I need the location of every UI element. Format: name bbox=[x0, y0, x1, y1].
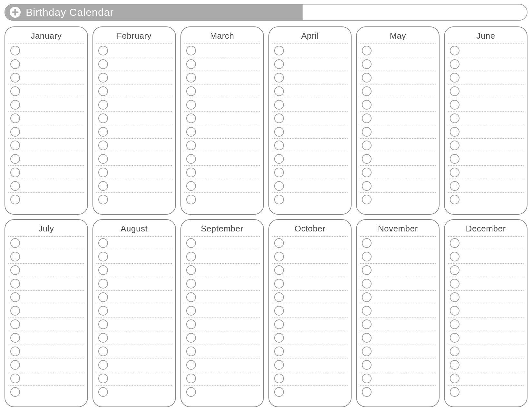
date-circle[interactable] bbox=[362, 360, 372, 370]
entry-row[interactable] bbox=[184, 372, 260, 385]
entry-row[interactable] bbox=[96, 345, 172, 358]
date-circle[interactable] bbox=[362, 387, 372, 397]
entry-row[interactable] bbox=[96, 250, 172, 263]
date-circle[interactable] bbox=[10, 46, 20, 55]
entry-row[interactable] bbox=[184, 385, 260, 399]
entry-row[interactable] bbox=[360, 152, 436, 165]
date-circle[interactable] bbox=[450, 195, 459, 204]
entry-row[interactable] bbox=[448, 192, 524, 206]
date-circle[interactable] bbox=[186, 181, 196, 191]
entry-row[interactable] bbox=[360, 304, 436, 318]
entry-row[interactable] bbox=[272, 57, 348, 71]
entry-row[interactable] bbox=[8, 71, 84, 84]
entry-row[interactable] bbox=[360, 290, 436, 304]
entry-row[interactable] bbox=[96, 358, 172, 372]
date-circle[interactable] bbox=[362, 238, 372, 248]
entry-row[interactable] bbox=[360, 277, 436, 290]
entry-row[interactable] bbox=[272, 345, 348, 358]
entry-row[interactable] bbox=[96, 71, 172, 84]
entry-row[interactable] bbox=[96, 192, 172, 206]
date-circle[interactable] bbox=[450, 360, 459, 370]
entry-row[interactable] bbox=[8, 358, 84, 372]
entry-row[interactable] bbox=[360, 331, 436, 345]
entry-row[interactable] bbox=[184, 98, 260, 111]
entry-row[interactable] bbox=[448, 277, 524, 290]
date-circle[interactable] bbox=[10, 360, 20, 370]
entry-row[interactable] bbox=[272, 125, 348, 138]
date-circle[interactable] bbox=[10, 59, 20, 69]
date-circle[interactable] bbox=[186, 279, 196, 289]
date-circle[interactable] bbox=[274, 59, 284, 69]
date-circle[interactable] bbox=[98, 252, 108, 261]
entry-row[interactable] bbox=[184, 111, 260, 125]
date-circle[interactable] bbox=[186, 319, 196, 329]
date-circle[interactable] bbox=[186, 387, 196, 397]
date-circle[interactable] bbox=[186, 360, 196, 370]
entry-row[interactable] bbox=[8, 138, 84, 152]
entry-row[interactable] bbox=[96, 372, 172, 385]
entry-row[interactable] bbox=[8, 277, 84, 290]
date-circle[interactable] bbox=[98, 100, 108, 110]
entry-row[interactable] bbox=[184, 304, 260, 318]
entry-row[interactable] bbox=[448, 57, 524, 71]
date-circle[interactable] bbox=[98, 168, 108, 177]
date-circle[interactable] bbox=[98, 347, 108, 356]
date-circle[interactable] bbox=[186, 141, 196, 150]
entry-row[interactable] bbox=[360, 44, 436, 57]
date-circle[interactable] bbox=[98, 127, 108, 137]
date-circle[interactable] bbox=[450, 181, 459, 191]
date-circle[interactable] bbox=[274, 168, 284, 177]
entry-row[interactable] bbox=[96, 138, 172, 152]
date-circle[interactable] bbox=[362, 113, 372, 123]
date-circle[interactable] bbox=[186, 347, 196, 356]
entry-row[interactable] bbox=[184, 84, 260, 98]
date-circle[interactable] bbox=[274, 347, 284, 356]
entry-row[interactable] bbox=[184, 71, 260, 84]
date-circle[interactable] bbox=[10, 73, 20, 83]
date-circle[interactable] bbox=[98, 306, 108, 316]
entry-row[interactable] bbox=[8, 179, 84, 192]
entry-row[interactable] bbox=[184, 250, 260, 263]
entry-row[interactable] bbox=[360, 318, 436, 331]
entry-row[interactable] bbox=[360, 57, 436, 71]
entry-row[interactable] bbox=[96, 263, 172, 277]
date-circle[interactable] bbox=[186, 292, 196, 302]
date-circle[interactable] bbox=[450, 374, 459, 383]
date-circle[interactable] bbox=[98, 333, 108, 343]
entry-row[interactable] bbox=[96, 277, 172, 290]
date-circle[interactable] bbox=[274, 306, 284, 316]
entry-row[interactable] bbox=[360, 192, 436, 206]
entry-row[interactable] bbox=[272, 179, 348, 192]
entry-row[interactable] bbox=[96, 98, 172, 111]
entry-row[interactable] bbox=[272, 44, 348, 57]
entry-row[interactable] bbox=[360, 385, 436, 399]
entry-row[interactable] bbox=[8, 57, 84, 71]
entry-row[interactable] bbox=[448, 318, 524, 331]
entry-row[interactable] bbox=[8, 345, 84, 358]
entry-row[interactable] bbox=[272, 277, 348, 290]
entry-row[interactable] bbox=[448, 179, 524, 192]
date-circle[interactable] bbox=[362, 279, 372, 289]
date-circle[interactable] bbox=[10, 387, 20, 397]
entry-row[interactable] bbox=[360, 263, 436, 277]
entry-row[interactable] bbox=[272, 331, 348, 345]
entry-row[interactable] bbox=[8, 192, 84, 206]
date-circle[interactable] bbox=[10, 195, 20, 204]
entry-row[interactable] bbox=[96, 236, 172, 250]
entry-row[interactable] bbox=[8, 263, 84, 277]
entry-row[interactable] bbox=[272, 358, 348, 372]
date-circle[interactable] bbox=[186, 100, 196, 110]
date-circle[interactable] bbox=[450, 333, 459, 343]
entry-row[interactable] bbox=[448, 304, 524, 318]
entry-row[interactable] bbox=[360, 236, 436, 250]
date-circle[interactable] bbox=[98, 154, 108, 164]
date-circle[interactable] bbox=[10, 154, 20, 164]
date-circle[interactable] bbox=[362, 46, 372, 55]
entry-row[interactable] bbox=[96, 111, 172, 125]
date-circle[interactable] bbox=[450, 46, 459, 55]
date-circle[interactable] bbox=[10, 86, 20, 96]
date-circle[interactable] bbox=[98, 360, 108, 370]
entry-row[interactable] bbox=[184, 152, 260, 165]
entry-row[interactable] bbox=[272, 304, 348, 318]
entry-row[interactable] bbox=[360, 165, 436, 179]
